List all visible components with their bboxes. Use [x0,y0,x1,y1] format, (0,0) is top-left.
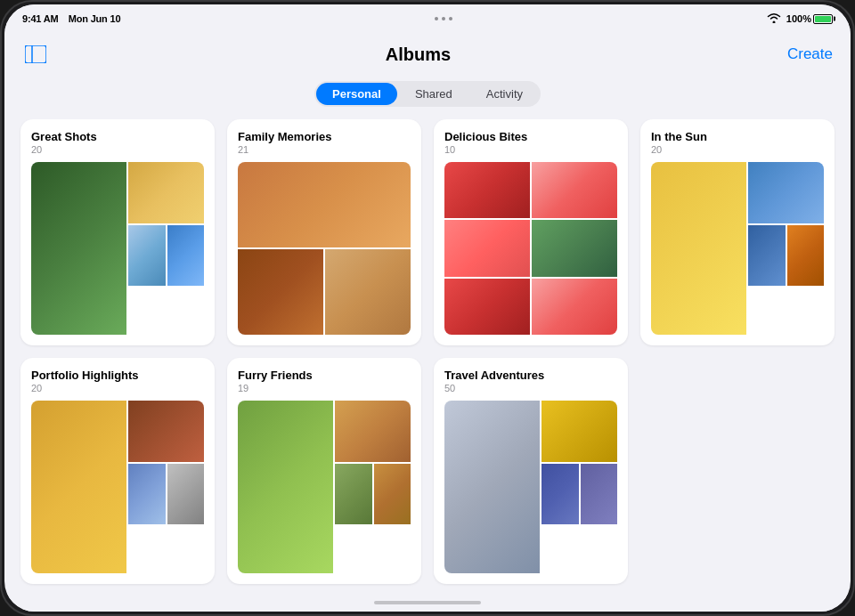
album-card-great-shots[interactable]: Great Shots 20 [20,119,215,345]
photo-thumb [128,225,167,287]
albums-grid: Great Shots 20 [20,119,835,584]
album-title-in-the-sun: In the Sun [651,130,824,143]
photo-thumb [581,464,617,525]
photo-right-col [335,401,411,524]
tab-personal[interactable]: Personal [316,83,397,105]
album-photos-travel-adventures [444,401,617,573]
ipad-frame: 9:41 AM Mon Jun 10 100% [0,0,855,616]
photo-thumb [532,279,617,335]
photo-thumb [748,162,824,223]
album-count-family-memories: 21 [238,144,411,155]
photo-thumb [444,220,530,276]
photo-thumb [31,401,126,573]
album-count-portfolio-highlights: 20 [31,383,204,393]
photo-bottom-row [128,464,204,525]
photo-thumb [167,225,204,287]
photo-thumb [325,249,411,335]
album-photos-delicious-bites [444,162,617,335]
dot-3 [449,17,452,20]
photo-right-col [128,401,204,524]
photo-thumb [167,464,204,525]
photo-thumb [542,401,617,462]
page-title: Albums [49,45,787,65]
album-count-travel-adventures: 50 [444,383,617,393]
photo-right-col [128,162,204,286]
status-date: Mon Jun 10 [69,13,121,24]
album-title-delicious-bites: Delicious Bites [444,130,617,143]
battery-percent: 100% [786,13,811,24]
status-center-dots [435,17,452,20]
photo-thumb [128,464,167,525]
svg-rect-0 [25,45,46,63]
photo-thumb [238,401,333,573]
photo-thumb [444,162,530,218]
album-photos-furry-friends [238,401,411,573]
status-bar: 9:41 AM Mon Jun 10 100% [4,4,851,33]
album-title-furry-friends: Furry Friends [238,369,411,382]
photo-thumb [335,464,373,525]
dot-1 [435,17,438,20]
photo-thumb [542,464,580,525]
sidebar-toggle-button[interactable] [22,44,49,65]
album-card-in-the-sun[interactable]: In the Sun 20 [640,119,835,345]
dot-2 [442,17,445,20]
album-count-furry-friends: 19 [238,383,411,393]
album-photos-portfolio-highlights [31,401,204,573]
status-right: 100% [767,12,833,26]
photo-thumb [787,225,824,287]
photo-bottom-row [748,225,824,287]
wifi-icon [767,12,781,26]
album-card-delicious-bites[interactable]: Delicious Bites 10 [434,119,628,345]
create-button[interactable]: Create [787,45,833,63]
photo-bottom-row [335,464,411,525]
photo-thumb [238,249,323,335]
album-title-travel-adventures: Travel Adventures [444,369,617,382]
battery-container: 100% [786,13,833,24]
album-photos-in-the-sun [651,162,824,335]
nav-left [22,44,49,65]
photo-thumb [128,162,204,223]
photo-right-col [748,162,824,286]
status-time-date: 9:41 AM Mon Jun 10 [22,13,120,24]
photo-thumb [444,401,540,573]
battery-fill [815,16,831,22]
tab-shared[interactable]: Shared [399,83,468,105]
album-count-in-the-sun: 20 [651,144,824,155]
album-count-delicious-bites: 10 [444,144,617,155]
album-photos-family-memories [238,162,411,335]
photo-right-col [542,401,617,524]
photo-thumb [128,401,204,462]
tab-activity[interactable]: Activity [470,83,539,105]
album-photos-great-shots [31,162,204,335]
photo-bottom-row [542,464,617,525]
album-title-great-shots: Great Shots [31,130,204,143]
photo-bottom-row [128,225,204,287]
photo-thumb [748,225,786,287]
segment-container: Personal Shared Activity [4,81,851,107]
albums-scroll[interactable]: Great Shots 20 [4,119,851,594]
nav-bar: Albums Create [4,33,851,76]
photo-thumb [532,162,617,218]
album-card-family-memories[interactable]: Family Memories 21 [227,119,421,345]
photo-thumb [238,162,411,247]
album-card-portfolio-highlights[interactable]: Portfolio Highlights 20 [20,358,215,584]
album-title-family-memories: Family Memories [238,130,411,143]
album-title-portfolio-highlights: Portfolio Highlights [31,369,204,382]
photo-thumb [31,162,126,335]
album-card-furry-friends[interactable]: Furry Friends 19 [227,358,421,584]
photo-thumb [374,464,411,525]
album-count-great-shots: 20 [31,144,204,155]
segment-control: Personal Shared Activity [314,81,541,107]
home-indicator [4,594,851,612]
photo-thumb [532,220,617,276]
album-card-travel-adventures[interactable]: Travel Adventures 50 [434,358,628,584]
home-bar [374,601,481,604]
photo-thumb [444,279,530,335]
photo-thumb [651,162,746,335]
photo-thumb [335,401,411,462]
status-time: 9:41 AM [22,13,58,24]
ipad-screen: 9:41 AM Mon Jun 10 100% [4,4,851,612]
battery-icon [813,14,833,24]
